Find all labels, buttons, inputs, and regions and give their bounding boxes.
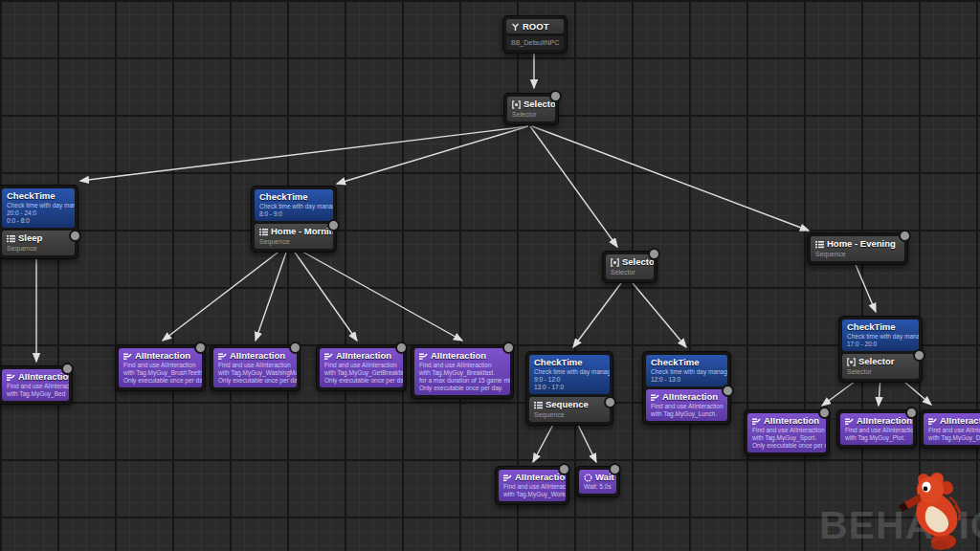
decorator-title: CheckTime xyxy=(651,357,723,368)
graph-wires xyxy=(0,0,980,551)
node-task-washingmachine[interactable]: AIInteraction Find and use AIInteraction… xyxy=(210,344,301,391)
node-subtitle: Selector xyxy=(847,367,914,376)
node-group-sleep[interactable]: CheckTime Check time with day manager 20… xyxy=(0,185,78,259)
decorator-line: Check time with day manager xyxy=(847,333,914,341)
task-icon xyxy=(752,417,761,426)
node-title: AIInteraction xyxy=(764,415,819,427)
wire-worksequence-work xyxy=(533,421,555,462)
task-line: with Tag.MyGuy_Work. xyxy=(503,491,561,498)
decorator-title: CheckTime xyxy=(534,357,605,368)
decorator-title: CheckTime xyxy=(259,191,328,203)
decorator-line: 13:0 - 17:0 xyxy=(534,384,605,391)
node-task-breakfast[interactable]: AIInteraction Find and use AIInteraction… xyxy=(411,344,514,399)
node-title: Home - Evening xyxy=(827,238,896,250)
node-title: AIInteraction xyxy=(18,371,69,383)
node-task-dinner[interactable]: AIInteraction Find and use AIInteraction… xyxy=(920,409,980,449)
node-task-wait[interactable]: Wait Wait: 5.0s xyxy=(575,466,620,497)
decorator-title: CheckTime xyxy=(847,321,914,333)
node-task-brushteeth[interactable]: AIInteraction Find and use AIInteraction… xyxy=(115,344,206,391)
task-line: Only executable once per day. xyxy=(752,442,821,450)
node-pin[interactable] xyxy=(604,396,616,408)
node-group-work-sequence[interactable]: CheckTime Check time with day manager 9:… xyxy=(525,351,613,426)
task-line: Only executable once per day. xyxy=(218,377,292,385)
task-line: Find and use AIInteraction xyxy=(419,362,505,369)
decorator-line: Check time with day manager xyxy=(7,202,70,209)
node-pin[interactable] xyxy=(913,349,925,362)
node-title: Home - Morning xyxy=(271,226,333,237)
node-pin[interactable] xyxy=(899,230,911,242)
task-line: Find and use AIInteraction xyxy=(7,383,64,390)
node-pin[interactable] xyxy=(558,463,570,475)
wire-morning-washingmachine xyxy=(256,247,288,341)
node-pin[interactable] xyxy=(395,342,408,354)
node-subtitle: Selector xyxy=(512,110,550,119)
node-pin[interactable] xyxy=(722,385,734,397)
node-group-home-morning[interactable]: CheckTime Check time with day manager 8:… xyxy=(251,186,337,253)
task-line: Only executable once per day. xyxy=(324,377,398,385)
sequence-icon xyxy=(259,228,268,236)
task-line: Only executable once per day. xyxy=(419,385,505,392)
wire-selector-selector-mid xyxy=(530,126,617,247)
node-pin[interactable] xyxy=(549,90,562,102)
task-line: with Tag.MyGuy_Sport. xyxy=(752,434,821,442)
node-pin[interactable] xyxy=(69,230,81,242)
node-pin[interactable] xyxy=(818,407,831,419)
selector-icon xyxy=(611,258,619,267)
node-task-work[interactable]: AIInteraction Find and use AIInteraction… xyxy=(495,466,569,505)
node-pin[interactable] xyxy=(289,342,301,354)
node-root[interactable]: ROOT BB_DefaultNPC xyxy=(502,15,568,54)
node-pin[interactable] xyxy=(194,342,207,354)
node-task-getbreakfast[interactable]: AIInteraction Find and use AIInteraction… xyxy=(316,344,407,391)
decorator-line: 9:0 - 12:0 xyxy=(534,376,605,384)
node-title: AIInteraction xyxy=(431,350,486,362)
node-group-evening-selector[interactable]: CheckTime Check time with day manager 17… xyxy=(838,316,923,383)
node-group-lunch[interactable]: CheckTime Check time with day manager 12… xyxy=(642,351,731,425)
node-pin[interactable] xyxy=(502,342,515,354)
sequence-icon xyxy=(7,234,15,243)
task-line: Find and use AIInteraction xyxy=(324,362,398,369)
task-icon xyxy=(419,352,428,361)
node-selector-mid[interactable]: Selector Selector xyxy=(602,251,657,283)
node-task-sport[interactable]: AIInteraction Find and use AIInteraction… xyxy=(744,409,830,456)
wire-selector-sleep xyxy=(80,126,528,181)
sequence-icon xyxy=(534,401,543,409)
task-icon xyxy=(651,393,659,402)
node-title: Sequence xyxy=(546,399,589,410)
node-pin[interactable] xyxy=(648,248,660,260)
task-line: Find and use AIInteraction xyxy=(651,403,723,410)
task-icon xyxy=(123,352,132,361)
task-line: Find and use AIInteraction xyxy=(752,427,821,434)
decorator-checktime[interactable]: CheckTime Check time with day manager 9:… xyxy=(529,355,610,394)
task-line: with Tag.MyGuy_GetBreakfast. xyxy=(324,369,398,377)
task-line: with Tag.MyGuy_Lunch. xyxy=(651,410,723,418)
decorator-line: 20:0 - 24:0 xyxy=(7,209,70,217)
task-line: with Tag.MyGuy_WashingMachine. xyxy=(218,369,292,377)
node-pin[interactable] xyxy=(327,219,340,231)
node-pin[interactable] xyxy=(61,363,74,375)
decorator-checktime[interactable]: CheckTime Check time with day manager 20… xyxy=(2,188,75,228)
decorator-checktime[interactable]: CheckTime Check time with day manager 8:… xyxy=(255,189,333,221)
wire-worksequence-wait xyxy=(576,421,596,462)
wire-morning-getbreakfast xyxy=(291,247,357,341)
node-subtitle: Selector xyxy=(611,268,649,276)
node-title: AIInteraction xyxy=(230,350,285,362)
decorator-line: 17:0 - 20:0 xyxy=(847,341,914,348)
node-selector-top[interactable]: Selector Selector xyxy=(503,93,559,125)
node-subtitle: Sequence xyxy=(815,250,900,258)
node-pin[interactable] xyxy=(609,463,621,475)
node-task-plot[interactable]: AIInteraction Find and use AIInteraction… xyxy=(836,409,917,449)
decorator-title: CheckTime xyxy=(7,190,70,202)
task-icon xyxy=(845,417,854,426)
decorator-checktime[interactable]: CheckTime Check time with day manager 12… xyxy=(646,355,727,386)
node-title: AIInteraction xyxy=(135,350,190,362)
node-pin[interactable] xyxy=(905,407,918,419)
node-task-bed[interactable]: AIInteraction Find and use AIInteraction… xyxy=(0,365,73,405)
task-line: Find and use AIInteraction xyxy=(123,362,197,369)
node-home-evening[interactable]: Home - Evening Sequence xyxy=(807,232,908,265)
decorator-checktime[interactable]: CheckTime Check time with day manager 17… xyxy=(842,320,919,351)
wire-selector-home-morning xyxy=(337,126,528,184)
node-title: AIInteraction xyxy=(662,391,718,403)
wire-morning-brushteeth xyxy=(163,247,285,341)
wire-homeevening-eveningselector xyxy=(854,260,876,312)
decorator-line: Check time with day manager xyxy=(534,368,605,376)
